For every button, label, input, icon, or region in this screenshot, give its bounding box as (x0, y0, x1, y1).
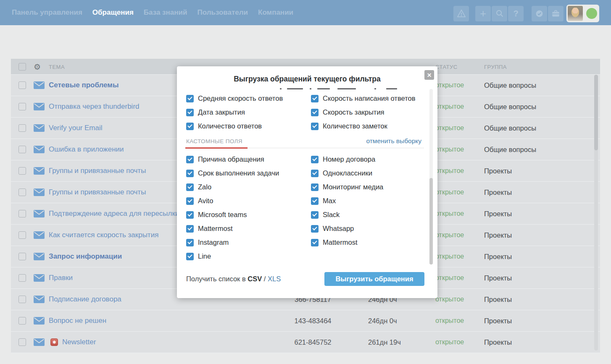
export-field-option[interactable]: Max (311, 197, 424, 205)
export-field-option[interactable]: Скорость закрытия (311, 108, 424, 116)
export-field-option[interactable]: Дата закрытия (186, 108, 311, 116)
row-checkbox[interactable] (18, 167, 26, 175)
ticket-subject[interactable]: Правки (49, 274, 73, 282)
row-checkbox[interactable] (18, 146, 26, 153)
checkbox-checked-icon[interactable] (186, 211, 194, 219)
export-field-option[interactable]: Mattermost (311, 238, 424, 246)
export-field-option[interactable]: Срок выполнения задачи (186, 169, 311, 177)
column-header-status[interactable]: СТАТУС (435, 63, 458, 70)
export-field-label[interactable]: Скорость написания ответов (323, 94, 415, 102)
ticket-subject[interactable]: Сетевые проблемы (49, 81, 119, 89)
search-icon[interactable] (492, 6, 507, 21)
export-field-label[interactable]: Номер договора (323, 155, 375, 163)
row-checkbox[interactable] (18, 189, 26, 196)
column-header-group[interactable]: ГРУППА (484, 63, 507, 70)
nav-item-knowledge-base[interactable]: База знаний (144, 8, 187, 17)
nav-item-companies[interactable]: Компании (258, 8, 293, 17)
ticket-subject[interactable]: Как считается скорость закрытия (49, 231, 158, 239)
modal-scrollbar[interactable] (429, 89, 433, 264)
export-field-option[interactable]: Причина обращения (186, 155, 311, 163)
row-checkbox[interactable] (18, 253, 26, 260)
ticket-subject[interactable]: Подписание договора (49, 295, 121, 304)
export-field-option[interactable]: Количество заметок (311, 122, 424, 130)
ticket-subject[interactable]: Подтверждение адреса для пересылки (49, 209, 179, 218)
export-field-option[interactable]: Мониторинг медиа (311, 183, 424, 191)
checkbox-checked-icon[interactable] (186, 95, 194, 102)
ticket-subject[interactable]: Отправка через thunderbird (49, 102, 140, 111)
nav-item-tickets[interactable]: Обращения (92, 8, 134, 17)
gear-icon[interactable]: ⚙ (34, 63, 41, 71)
row-checkbox[interactable] (18, 317, 26, 325)
export-field-option[interactable]: Одноклассники (311, 169, 424, 177)
checkbox-checked-icon[interactable] (186, 109, 194, 116)
checkbox-checked-icon[interactable] (311, 156, 319, 163)
export-field-label[interactable]: Instagram (198, 238, 229, 246)
export-field-option[interactable]: Средняя скорость ответов (186, 94, 311, 102)
select-all-checkbox[interactable] (18, 63, 26, 71)
export-field-label[interactable]: Мониторинг медиа (323, 183, 383, 191)
export-field-option[interactable]: Скорость написания ответов (311, 94, 424, 102)
plus-icon[interactable]: + (475, 6, 491, 21)
ticket-subject[interactable]: Запрос информации (49, 252, 122, 261)
row-checkbox[interactable] (18, 81, 26, 89)
row-checkbox[interactable] (18, 338, 26, 346)
row-checkbox[interactable] (18, 296, 26, 303)
export-field-label[interactable]: Причина обращения (198, 155, 264, 163)
csv-link[interactable]: CSV (248, 275, 262, 283)
checkbox-checked-icon[interactable] (186, 123, 194, 130)
export-field-label[interactable]: Avito (198, 197, 213, 205)
ticket-subject[interactable]: Группы и привязанные почты (49, 167, 146, 175)
checkbox-checked-icon[interactable] (186, 156, 194, 163)
table-scrollbar[interactable] (594, 75, 598, 351)
export-field-label[interactable]: Slack (323, 211, 340, 219)
ticket-subject[interactable]: Вопрос не решен (49, 317, 106, 325)
row-checkbox[interactable] (18, 210, 26, 217)
export-field-option[interactable]: Zalo (186, 183, 311, 191)
export-field-label[interactable]: Дата закрытия (198, 108, 245, 116)
ticket-subject[interactable]: Группы и привязанные почты (49, 188, 146, 196)
checkbox-checked-icon[interactable] (186, 225, 194, 233)
ticket-subject[interactable]: Newsletter (62, 338, 96, 346)
row-checkbox[interactable] (18, 231, 26, 239)
export-field-label[interactable]: Zalo (198, 183, 211, 191)
checkbox-checked-icon[interactable] (186, 170, 194, 177)
badge-check-icon[interactable] (532, 6, 547, 21)
export-field-label[interactable]: Whatsapp (323, 225, 354, 233)
checkbox-checked-icon[interactable] (186, 239, 194, 246)
export-field-option[interactable]: Номер договора (311, 155, 424, 163)
nav-item-dashboard[interactable]: Панель управления (12, 8, 82, 17)
checkbox-checked-icon[interactable] (311, 211, 319, 219)
nav-item-users[interactable]: Пользователи (197, 8, 248, 17)
export-field-option[interactable]: Whatsapp (311, 225, 424, 233)
export-field-label[interactable]: Max (323, 197, 336, 205)
export-tickets-button[interactable]: Выгрузить обращения (324, 272, 424, 286)
checkbox-checked-icon[interactable] (311, 109, 319, 116)
checkbox-checked-icon[interactable] (311, 95, 319, 102)
export-field-label[interactable]: Mattermost (198, 225, 233, 233)
export-field-option[interactable]: Microsoft teams (186, 211, 311, 219)
ticket-subject[interactable]: Ошибка в приложении (49, 145, 124, 154)
export-field-label[interactable]: Средняя скорость ответов (198, 94, 283, 102)
export-field-option[interactable]: Slack (311, 211, 424, 219)
online-status-dot[interactable] (586, 8, 597, 19)
warning-triangle-icon[interactable] (453, 6, 469, 21)
export-field-label[interactable]: Одноклассники (323, 169, 372, 177)
export-field-label[interactable]: Line (198, 252, 211, 260)
export-field-option[interactable]: Avito (186, 197, 311, 205)
export-field-option[interactable]: Mattermost (186, 225, 311, 233)
checkbox-checked-icon[interactable] (311, 225, 319, 233)
export-field-option[interactable]: Line (186, 252, 311, 260)
checkbox-checked-icon[interactable] (311, 183, 319, 191)
checkbox-checked-icon[interactable] (311, 123, 319, 130)
modal-scrollbar-thumb[interactable] (429, 178, 433, 264)
checkbox-checked-icon[interactable] (311, 239, 319, 246)
checkbox-checked-icon[interactable] (186, 253, 194, 260)
checkbox-checked-icon[interactable] (311, 170, 319, 177)
table-row[interactable]: ✱ Newsletter 621-845752 261дн 19ч открыт… (11, 332, 600, 353)
row-checkbox[interactable] (18, 274, 26, 282)
export-field-label[interactable]: Количество заметок (323, 122, 387, 130)
export-field-label[interactable]: Microsoft teams (198, 211, 247, 219)
table-scrollbar-thumb[interactable] (594, 75, 598, 150)
ticket-subject[interactable]: Verify your Email (49, 124, 103, 132)
export-field-label[interactable]: Скорость закрытия (323, 108, 385, 116)
